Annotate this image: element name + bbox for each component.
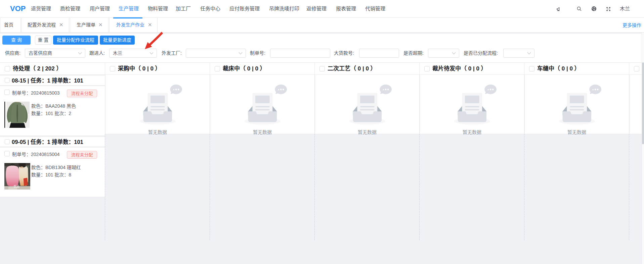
svg-text:衣品: 衣品	[13, 184, 19, 188]
